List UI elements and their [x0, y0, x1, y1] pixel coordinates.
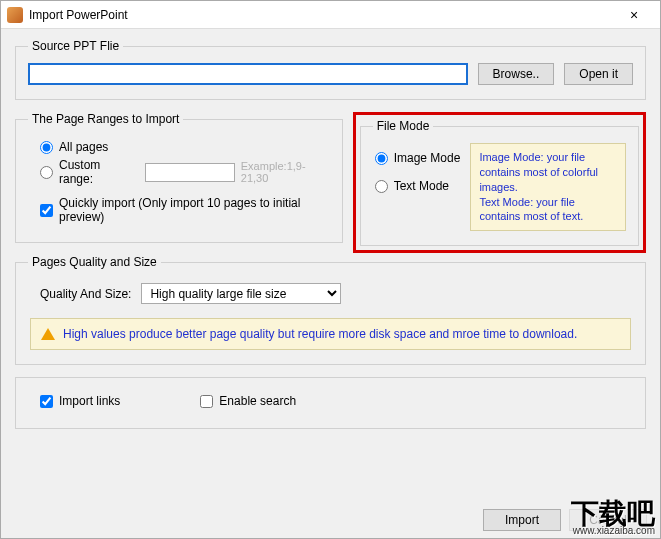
image-mode-label: Image Mode: [394, 151, 461, 165]
footer-buttons: Import Cancel: [483, 509, 647, 531]
quality-label: Quality And Size:: [40, 287, 131, 301]
enable-search-checkbox[interactable]: [200, 395, 213, 408]
quality-select[interactable]: High quality large file size: [141, 283, 341, 304]
all-pages-label: All pages: [59, 140, 108, 154]
import-links-label: Import links: [59, 394, 120, 408]
custom-range-radio[interactable]: [40, 166, 53, 179]
cancel-button[interactable]: Cancel: [569, 509, 647, 531]
quality-warning-text: High values produce better page quality …: [63, 327, 577, 341]
dialog-window: Import PowerPoint × Source PPT Flie Brow…: [0, 0, 661, 539]
window-title: Import PowerPoint: [29, 8, 614, 22]
source-fieldset: Source PPT Flie Browse.. Open it: [15, 39, 646, 100]
quality-legend: Pages Quality and Size: [28, 255, 161, 269]
import-links-checkbox[interactable]: [40, 395, 53, 408]
source-path-input[interactable]: [28, 63, 468, 85]
enable-search-label: Enable search: [219, 394, 296, 408]
text-mode-radio[interactable]: [375, 180, 388, 193]
browse-button[interactable]: Browse..: [478, 63, 555, 85]
file-mode-description: Image Mode: your file contains most of c…: [470, 143, 626, 231]
quality-warning-box: High values produce better page quality …: [30, 318, 631, 350]
custom-range-input[interactable]: [145, 163, 235, 182]
options-fieldset: Import links Enable search: [15, 377, 646, 429]
warning-icon: [41, 328, 55, 340]
text-mode-label: Text Mode: [394, 179, 449, 193]
open-it-button[interactable]: Open it: [564, 63, 633, 85]
quickly-import-checkbox[interactable]: [40, 204, 53, 217]
custom-range-hint: Example:1,9-21,30: [241, 160, 330, 184]
close-button[interactable]: ×: [614, 1, 654, 29]
file-mode-legend: File Mode: [373, 119, 434, 133]
import-button[interactable]: Import: [483, 509, 561, 531]
custom-range-label: Custom range:: [59, 158, 135, 186]
titlebar: Import PowerPoint ×: [1, 1, 660, 29]
all-pages-radio[interactable]: [40, 141, 53, 154]
page-ranges-fieldset: The Page Ranges to Import All pages Cust…: [15, 112, 343, 243]
app-icon: [7, 7, 23, 23]
image-mode-radio[interactable]: [375, 152, 388, 165]
source-legend: Source PPT Flie: [28, 39, 123, 53]
file-mode-fieldset: File Mode Image Mode Text Mode: [360, 119, 639, 246]
file-mode-highlight: File Mode Image Mode Text Mode: [353, 112, 646, 253]
page-ranges-legend: The Page Ranges to Import: [28, 112, 183, 126]
quickly-import-label: Quickly import (Only import 10 pages to …: [59, 196, 330, 224]
quality-fieldset: Pages Quality and Size Quality And Size:…: [15, 255, 646, 365]
content-area: Source PPT Flie Browse.. Open it The Pag…: [1, 29, 660, 451]
